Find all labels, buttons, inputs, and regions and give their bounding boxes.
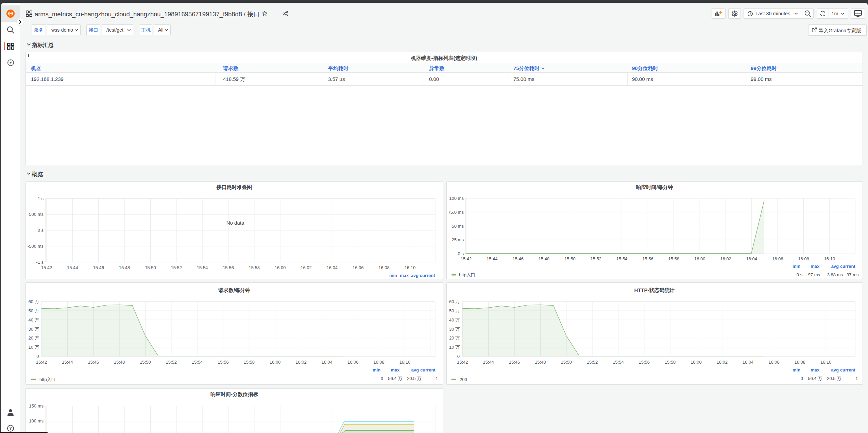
svg-text:?: ? <box>9 426 12 430</box>
